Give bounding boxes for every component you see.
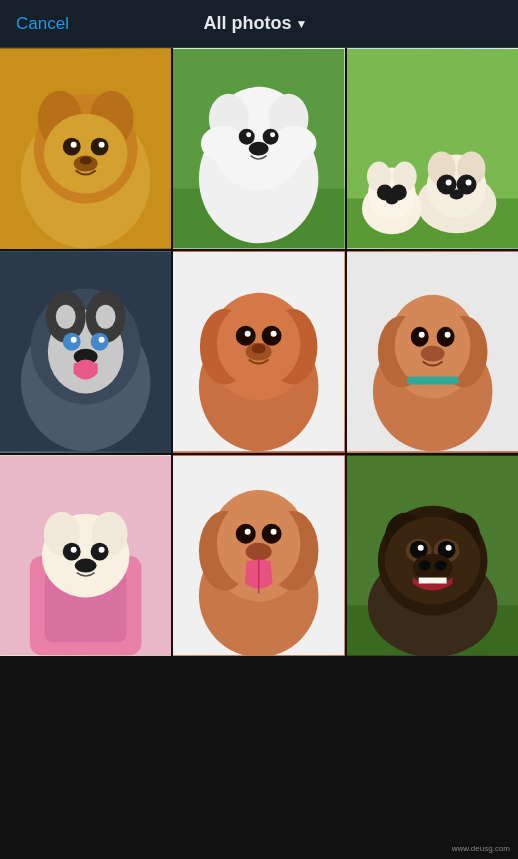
- all-photos-title[interactable]: All photos ▼: [204, 13, 308, 34]
- svg-point-40: [273, 126, 317, 162]
- svg-point-70: [56, 305, 76, 329]
- grid-cell-9[interactable]: [347, 455, 518, 656]
- svg-point-87: [271, 331, 277, 337]
- svg-point-42: [263, 129, 279, 145]
- header: Cancel All photos ▼: [0, 0, 518, 48]
- grid-cell-2[interactable]: [173, 48, 344, 249]
- grid-cell-3[interactable]: [347, 48, 518, 249]
- grid-cell-7[interactable]: [0, 455, 171, 656]
- grid-cell-8[interactable]: [173, 455, 344, 656]
- svg-point-139: [434, 560, 446, 570]
- svg-point-89: [252, 344, 266, 354]
- svg-point-112: [75, 558, 97, 572]
- svg-point-71: [96, 305, 116, 329]
- photo-grid: [0, 48, 518, 859]
- grid-cell-1[interactable]: [0, 48, 171, 249]
- svg-point-45: [249, 142, 269, 156]
- svg-point-63: [386, 196, 398, 204]
- svg-point-122: [271, 528, 277, 534]
- svg-point-121: [245, 528, 251, 534]
- svg-point-56: [449, 189, 463, 199]
- svg-point-110: [71, 546, 77, 552]
- svg-point-135: [417, 544, 423, 550]
- grid-cell-6[interactable]: [347, 251, 518, 452]
- svg-point-98: [418, 332, 424, 338]
- svg-point-86: [245, 331, 251, 337]
- svg-rect-140: [418, 577, 446, 583]
- svg-point-111: [99, 546, 105, 552]
- chevron-down-icon: ▼: [296, 17, 308, 31]
- grid-cell-5[interactable]: [173, 251, 344, 452]
- svg-point-32: [80, 157, 92, 165]
- svg-point-136: [445, 544, 451, 550]
- svg-rect-100: [406, 377, 458, 385]
- svg-point-54: [445, 180, 451, 186]
- svg-point-30: [99, 142, 105, 148]
- grid-cell-4[interactable]: [0, 251, 171, 452]
- svg-point-74: [71, 337, 77, 343]
- svg-point-29: [71, 142, 77, 148]
- svg-point-137: [412, 553, 452, 581]
- svg-point-39: [201, 126, 245, 162]
- svg-point-99: [444, 332, 450, 338]
- svg-point-43: [247, 132, 252, 137]
- svg-point-55: [465, 180, 471, 186]
- svg-point-138: [418, 560, 430, 570]
- cancel-button[interactable]: Cancel: [16, 14, 69, 34]
- svg-point-75: [99, 337, 105, 343]
- svg-point-101: [420, 346, 444, 362]
- title-text: All photos: [204, 13, 292, 34]
- svg-point-26: [44, 114, 128, 194]
- svg-point-44: [270, 132, 275, 137]
- svg-point-41: [239, 129, 255, 145]
